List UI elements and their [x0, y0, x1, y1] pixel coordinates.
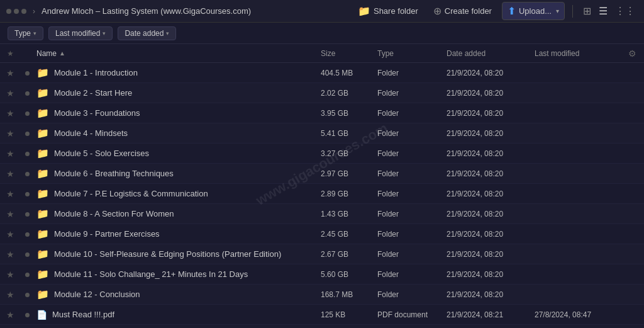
share-folder-button[interactable]: 📁 Share folder — [353, 3, 423, 20]
table-row[interactable]: ★ 📁 Module 10 - Self-Pleasure & Edging P… — [0, 244, 644, 264]
star-icon: ★ — [6, 269, 14, 280]
table-row[interactable]: ★ 📁 Module 3 - Foundations 3.95 GB Folde… — [0, 103, 644, 123]
row-size: 3.27 GB — [321, 149, 377, 158]
table-row[interactable]: ★ 📁 Module 2 - Start Here 2.02 GB Folder… — [0, 83, 644, 103]
window-controls — [6, 9, 26, 14]
row-star[interactable]: ★ — [3, 88, 18, 98]
table-row[interactable]: ★ 📁 Module 7 - P.E Logistics & Communica… — [0, 184, 644, 204]
row-size: 404.5 MB — [321, 69, 377, 77]
star-icon: ★ — [6, 229, 14, 239]
table-row[interactable]: ★ 📁 Module 9 - Partner Exercises 2.45 GB… — [0, 224, 644, 244]
row-type: Folder — [377, 250, 447, 259]
last-modified-filter-button[interactable]: Last modified ▾ — [48, 26, 113, 40]
row-name-cell: 📁 Module 10 - Self-Pleasure & Edging Pos… — [36, 248, 321, 260]
file-name: Must Read !!!.pdf — [52, 310, 114, 319]
star-icon: ★ — [6, 68, 14, 78]
upload-button[interactable]: ⬆ Upload... ▾ — [502, 2, 565, 20]
row-name-cell: 📁 Module 11 - Solo Challange_ 21+ Minute… — [36, 268, 321, 280]
grid-view-button[interactable]: ⋮⋮ — [613, 3, 638, 20]
bullet-dot — [25, 192, 30, 196]
star-icon: ★ — [6, 209, 14, 219]
row-star[interactable]: ★ — [3, 149, 18, 159]
table-row[interactable]: ★ 📁 Module 4 - Mindsets 5.41 GB Folder 2… — [0, 123, 644, 144]
thumbnail-view-button[interactable]: ⊞ — [580, 3, 594, 20]
list-view-button[interactable]: ☰ — [596, 3, 610, 20]
table-row[interactable]: ★ 📄 Must Read !!!.pdf 125 KB PDF documen… — [0, 305, 644, 325]
file-name: Module 7 - P.E Logistics & Communication — [54, 189, 208, 198]
file-name: Module 5 - Solo Exercises — [54, 149, 149, 158]
name-label: Name — [36, 49, 57, 58]
star-icon: ★ — [6, 249, 14, 259]
file-name: Module 3 - Foundations — [54, 108, 140, 118]
row-star[interactable]: ★ — [3, 189, 18, 199]
row-date-added: 21/9/2024, 08:20 — [447, 210, 535, 218]
table-row[interactable]: ★ 📁 Module 5 - Solo Exercises 3.27 GB Fo… — [0, 144, 644, 164]
star-header-icon: ★ — [7, 49, 14, 58]
filter-bar: Type ▾ Last modified ▾ Date added ▾ — [0, 23, 644, 44]
row-size: 1.43 GB — [321, 210, 377, 218]
header-settings[interactable]: ⚙ — [623, 48, 641, 59]
row-date-added: 21/9/2024, 08:20 — [447, 250, 535, 259]
row-bullet — [18, 128, 36, 138]
table-row[interactable]: ★ 📁 Module 8 - A Section For Women 1.43 … — [0, 204, 644, 224]
row-name-cell: 📁 Module 9 - Partner Exercises — [36, 228, 321, 240]
row-name-cell: 📁 Module 1 - Introduction — [36, 67, 321, 79]
folder-icon: 📁 — [36, 248, 49, 260]
header-name[interactable]: Name ▲ — [36, 49, 321, 58]
row-name-cell: 📁 Module 7 - P.E Logistics & Communicati… — [36, 188, 321, 200]
row-type: Folder — [377, 210, 447, 218]
row-size: 5.41 GB — [321, 129, 377, 138]
file-name: Module 9 - Partner Exercises — [54, 229, 160, 239]
table-row[interactable]: ★ 📁 Module 11 - Solo Challange_ 21+ Minu… — [0, 264, 644, 285]
row-star[interactable]: ★ — [3, 269, 18, 280]
file-name: Module 6 - Breathing Techniques — [54, 169, 174, 178]
row-star[interactable]: ★ — [3, 108, 18, 118]
row-star[interactable]: ★ — [3, 229, 18, 239]
row-star[interactable]: ★ — [3, 128, 18, 139]
type-filter-button[interactable]: Type ▾ — [8, 26, 43, 40]
row-date-added: 21/9/2024, 08:21 — [447, 310, 535, 319]
table-header: ★ Name ▲ Size Type Date added Last modif… — [0, 44, 644, 63]
row-bullet — [18, 229, 36, 239]
pdf-icon: 📄 — [36, 310, 47, 320]
header-date-added: Date added — [447, 49, 535, 58]
upload-label: Upload... — [519, 6, 552, 16]
row-star[interactable]: ★ — [3, 310, 18, 320]
row-last-modified: 27/8/2024, 08:47 — [535, 310, 623, 319]
row-star[interactable]: ★ — [3, 68, 18, 78]
file-name: Module 1 - Introduction — [54, 68, 138, 77]
row-size: 2.02 GB — [321, 89, 377, 98]
table-row[interactable]: ★ 📁 Module 12 - Conclusion 168.7 MB Fold… — [0, 285, 644, 305]
row-star[interactable]: ★ — [3, 209, 18, 219]
row-bullet — [18, 310, 36, 319]
header-last-modified: Last modified — [535, 49, 623, 58]
row-name-cell: 📁 Module 3 - Foundations — [36, 107, 321, 119]
date-added-filter-label: Date added — [125, 29, 164, 38]
row-star[interactable]: ★ — [3, 169, 18, 179]
row-bullet — [18, 108, 36, 118]
last-modified-filter-label: Last modified — [55, 29, 100, 38]
row-name-cell: 📁 Module 12 - Conclusion — [36, 288, 321, 300]
date-added-filter-button[interactable]: Date added ▾ — [118, 26, 176, 40]
table-row[interactable]: ★ 📁 Module 6 - Breathing Techniques 2.97… — [0, 164, 644, 184]
sort-icon: ▲ — [59, 50, 65, 57]
row-star[interactable]: ★ — [3, 249, 18, 259]
row-type: Folder — [377, 230, 447, 239]
row-size: 2.97 GB — [321, 169, 377, 178]
row-type: PDF document — [377, 310, 447, 319]
row-bullet — [18, 290, 36, 299]
bullet-dot — [25, 71, 30, 76]
row-name-cell: 📁 Module 5 - Solo Exercises — [36, 147, 321, 159]
row-type: Folder — [377, 89, 447, 98]
create-folder-button[interactable]: ⊕ Create folder — [428, 3, 497, 20]
table-row[interactable]: ★ 📁 Module 1 - Introduction 404.5 MB Fol… — [0, 63, 644, 83]
row-star[interactable]: ★ — [3, 290, 18, 300]
folder-icon: 📁 — [36, 107, 49, 119]
row-name-cell: 📁 Module 4 - Mindsets — [36, 127, 321, 139]
create-label: Create folder — [445, 6, 492, 16]
folder-icon: 📁 — [36, 208, 49, 220]
row-bullet — [18, 68, 36, 77]
row-size: 5.60 GB — [321, 270, 377, 279]
row-date-added: 21/9/2024, 08:20 — [447, 270, 535, 279]
table-row[interactable]: ★ 🖼 Proof.png 2.0 MB PNG image 21/9/2024… — [0, 325, 644, 328]
